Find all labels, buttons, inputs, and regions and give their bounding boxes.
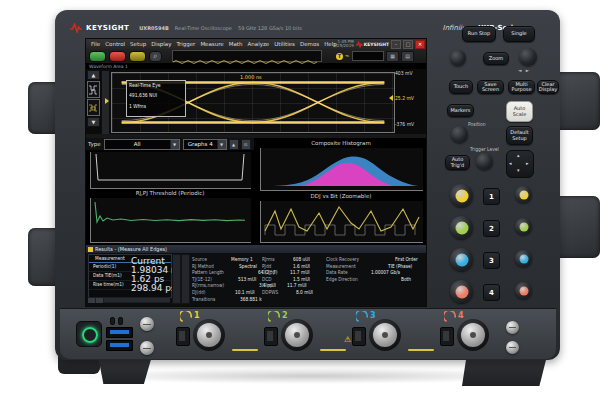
y-axis-bottom-label: -376 mV (395, 122, 425, 127)
ch3-input-label: 3 (356, 311, 376, 324)
menu-utilities[interactable]: Utilities (274, 41, 295, 47)
ch3-arc-icon (356, 311, 369, 324)
model-specs: 59 GHz 128 GSa/s 10 bits (238, 25, 302, 31)
ch3-button[interactable]: 3 (483, 252, 500, 269)
eye-thumbnail-icon[interactable] (87, 81, 100, 98)
maximize-icon[interactable]: □ (403, 40, 413, 49)
ch2-offset-knob[interactable] (515, 218, 532, 235)
menu-control[interactable]: Control (105, 41, 125, 47)
auto-trigd-button[interactable]: Auto Trig'd (445, 155, 470, 170)
scroll-right-icon[interactable] (96, 298, 103, 303)
ch3-scale-knob[interactable] (450, 248, 473, 271)
run-stop-button[interactable]: Run Stop (462, 26, 496, 42)
menu-math[interactable]: Math (229, 41, 243, 47)
ch2-button[interactable]: 2 (483, 220, 500, 237)
auto-scale-button[interactable]: Auto Scale (506, 101, 533, 122)
nav-down-icon[interactable]: ▾ (517, 167, 520, 173)
ch1-scale-knob[interactable] (450, 184, 473, 207)
up-arrow-icon[interactable]: ▲ (87, 70, 100, 80)
nav-left-icon[interactable]: ◂ (509, 160, 512, 166)
ch4-offset-knob[interactable] (515, 282, 532, 299)
menu-file[interactable]: File (91, 41, 100, 47)
usb-port (106, 327, 133, 338)
single-button[interactable]: Single (503, 26, 535, 42)
touch-button[interactable]: Touch (449, 80, 473, 94)
ch4-scale-knob[interactable] (450, 280, 473, 303)
ch1-button[interactable]: 1 (483, 188, 500, 205)
menu-demos[interactable]: Demos (300, 41, 319, 47)
horizontal-position-knob[interactable] (519, 48, 537, 66)
ch2-scale-knob[interactable] (450, 216, 473, 239)
chevron-down-icon[interactable]: ▼ (170, 140, 179, 149)
close-icon[interactable]: ✕ (415, 40, 425, 49)
panel-screw (506, 321, 519, 334)
markers-button[interactable]: Markers (447, 104, 474, 117)
panel-toggle-icon[interactable]: ▤ (401, 51, 414, 62)
graph-controls: Type All ▼ Graphs 4 ▼ ▲ ⊡ (86, 138, 254, 150)
menu-setup[interactable]: Setup (130, 41, 146, 47)
trigger-source-icon[interactable]: T (336, 53, 343, 60)
position-label: Position (468, 122, 486, 127)
collapse-icon[interactable]: ▲ (229, 139, 239, 150)
menu-display[interactable]: Display (151, 41, 171, 47)
stop-button[interactable] (109, 51, 126, 62)
type-dropdown[interactable]: All ▼ (104, 139, 180, 150)
ch4-arc-icon (444, 311, 457, 324)
clear-display-button[interactable]: Clear Display (537, 80, 559, 94)
chevron-down-icon[interactable]: ▼ (217, 140, 226, 149)
ddj-plot[interactable] (260, 201, 423, 243)
waveform-preview-strip[interactable] (172, 50, 322, 62)
grid-layout-icon[interactable]: ▦ (386, 51, 399, 62)
minimize-icon[interactable]: – (391, 40, 401, 49)
vertical-tab[interactable] (181, 254, 190, 304)
trigger-level-box[interactable] (352, 51, 384, 61)
multi-purpose-button[interactable]: Multi Purpose (508, 80, 535, 94)
nav-right-icon[interactable]: ▸ (526, 160, 529, 166)
graphs-dropdown[interactable]: Graphs 4 ▼ (183, 139, 227, 150)
power-button[interactable] (76, 321, 102, 347)
eye-diagram-panel[interactable]: ▲ ▼ 1.000 ns (86, 69, 426, 134)
nav-up-icon[interactable]: ▴ (517, 152, 520, 158)
menu-analyze[interactable]: Analyze (248, 41, 270, 47)
table-row[interactable]: Rise time(m1) 298.94 ps (89, 281, 171, 290)
ch4-button[interactable]: 4 (483, 284, 500, 301)
navigation-pad[interactable]: ▴ ▾ ◂ ▸ (506, 150, 534, 178)
default-setup-button[interactable]: Default Setup (506, 126, 533, 145)
trigger-slope-icon[interactable]: ⌁ (345, 52, 349, 60)
scroll-left-icon[interactable] (88, 298, 95, 303)
pin-icon[interactable]: ⊡ (241, 139, 251, 150)
measurements-table[interactable]: Measurement Current Periodic(1) 1.98034 … (88, 254, 172, 298)
eye-thumbnail-icon[interactable] (87, 99, 100, 116)
horizontal-scrollbar[interactable] (88, 297, 170, 303)
save-screen-button[interactable]: Save Screen (477, 80, 504, 94)
down-arrow-icon[interactable]: ▼ (87, 117, 100, 127)
vertical-tab[interactable] (172, 254, 181, 304)
ch3-offset-knob[interactable] (515, 250, 532, 267)
waveform-selector-sidebar: ▲ ▼ (87, 70, 100, 133)
composite-histogram-plot[interactable] (260, 148, 423, 191)
ch2-input-label: 2 (268, 311, 288, 324)
zoom-button[interactable]: Zoom (483, 52, 509, 65)
menu-measure[interactable]: Measure (200, 41, 223, 47)
cal-connector (140, 317, 154, 331)
trigger-level-knob[interactable] (476, 153, 493, 170)
bathtub-plot[interactable] (90, 152, 251, 189)
menu-trigger[interactable]: Trigger (176, 41, 195, 47)
run-button[interactable] (89, 51, 106, 62)
magnifier-icon[interactable]: ⌕ (149, 51, 162, 62)
usb-port (106, 340, 133, 351)
y-axis-mid-label: 25.2 mV (395, 96, 425, 101)
position-knob[interactable] (451, 126, 468, 143)
rjpj-plot[interactable] (90, 198, 251, 243)
display-screen[interactable]: File Control Setup Display Trigger Measu… (85, 38, 427, 307)
ch2-arc-icon (268, 311, 281, 324)
single-acq-button[interactable] (129, 51, 146, 62)
eye-plot[interactable]: 1.000 ns Real-Time Eye 491,636 NUI 1 Wfm… (111, 72, 395, 133)
ch4-input-connector (457, 319, 489, 351)
jitter-analysis-area: Type All ▼ Graphs 4 ▼ ▲ ⊡ Composite (86, 138, 426, 244)
panel-screw (506, 341, 519, 354)
ch1-offset-knob[interactable] (515, 186, 532, 203)
horizontal-scale-knob[interactable] (450, 50, 466, 66)
keysight-logo: KEYSIGHT (356, 41, 389, 48)
ground-marker-icon (105, 98, 109, 104)
